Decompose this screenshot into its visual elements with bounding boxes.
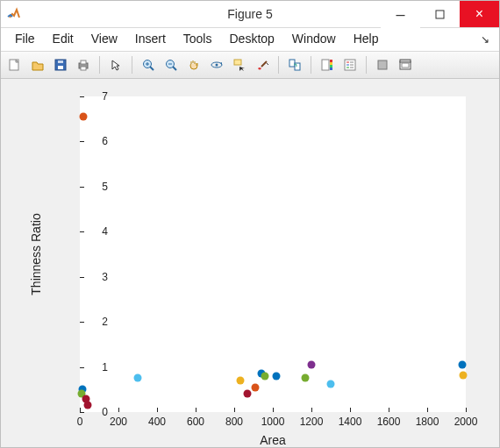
x-tick-label: 2000 — [454, 416, 478, 428]
menu-insert[interactable]: Insert — [126, 28, 175, 51]
x-tick-label: 1000 — [261, 416, 285, 428]
svg-rect-23 — [330, 62, 332, 65]
svg-rect-4 — [58, 60, 63, 63]
brush-button[interactable] — [252, 54, 273, 75]
y-tick-mark — [80, 367, 84, 368]
data-point[interactable] — [252, 383, 260, 391]
print-button[interactable] — [73, 54, 94, 75]
y-tick-label: 3 — [82, 271, 108, 283]
data-point[interactable] — [82, 395, 89, 402]
dock-button[interactable]: ↘ — [476, 28, 494, 51]
minimize-button[interactable]: – — [381, 1, 420, 34]
axes[interactable] — [80, 96, 466, 412]
close-button[interactable]: × — [460, 1, 499, 27]
x-tick-mark — [427, 408, 428, 412]
data-point[interactable] — [459, 371, 467, 379]
svg-rect-17 — [234, 60, 241, 65]
y-tick-mark — [80, 141, 84, 142]
svg-line-13 — [173, 67, 176, 70]
y-tick-mark — [80, 187, 84, 188]
menu-desktop[interactable]: Desktop — [220, 28, 282, 51]
x-tick-label: 1600 — [377, 416, 401, 428]
svg-rect-3 — [58, 66, 63, 69]
x-tick-label: 600 — [187, 416, 204, 428]
hide-tools-button[interactable] — [372, 54, 393, 75]
y-tick-mark — [80, 96, 84, 97]
edit-plot-button[interactable] — [105, 54, 126, 75]
pan-button[interactable] — [183, 54, 204, 75]
data-point[interactable] — [273, 372, 281, 380]
figure-window: Figure 5 – × File Edit View Insert Tools… — [0, 0, 500, 448]
titlebar: Figure 5 – × — [1, 1, 499, 28]
figure-area[interactable]: Thinness Ratio Area 01234567020040060080… — [1, 79, 499, 447]
data-point[interactable] — [83, 402, 91, 409]
menu-file[interactable]: File — [6, 28, 44, 51]
y-tick-mark — [80, 322, 84, 323]
x-tick-mark — [157, 408, 158, 412]
x-tick-mark — [389, 408, 389, 412]
y-tick-label: 5 — [82, 181, 108, 193]
y-tick-label: 1 — [82, 361, 108, 373]
menu-window[interactable]: Window — [283, 28, 345, 51]
data-point[interactable] — [244, 390, 252, 398]
x-tick-label: 1800 — [416, 416, 439, 428]
y-tick-label: 4 — [82, 225, 108, 238]
y-tick-label: 7 — [82, 90, 108, 103]
x-tick-label: 800 — [225, 416, 243, 428]
legend-button[interactable] — [339, 54, 361, 75]
data-point[interactable] — [80, 113, 88, 121]
data-point[interactable] — [261, 372, 269, 380]
show-tools-button[interactable] — [395, 54, 416, 75]
new-figure-button[interactable] — [4, 54, 25, 75]
x-tick-label: 0 — [77, 416, 83, 428]
toolbar — [1, 52, 499, 79]
data-point[interactable] — [308, 361, 316, 369]
svg-rect-33 — [378, 60, 387, 69]
svg-rect-21 — [322, 60, 329, 70]
zoom-in-button[interactable] — [138, 54, 159, 75]
svg-line-9 — [150, 67, 154, 70]
x-tick-label: 400 — [148, 416, 166, 428]
y-tick-label: 2 — [82, 316, 108, 328]
x-tick-mark — [234, 408, 235, 412]
data-cursor-button[interactable] — [229, 54, 250, 75]
data-point[interactable] — [327, 380, 335, 388]
open-button[interactable] — [27, 54, 48, 75]
svg-rect-0 — [436, 11, 444, 18]
y-tick-mark — [80, 231, 84, 232]
colorbar-button[interactable] — [317, 54, 338, 75]
x-tick-label: 200 — [110, 416, 127, 428]
data-point[interactable] — [236, 377, 244, 385]
svg-rect-6 — [81, 60, 86, 64]
y-tick-label: 6 — [82, 135, 108, 147]
matlab-icon — [6, 6, 22, 22]
y-tick-mark — [80, 412, 84, 413]
y-tick-mark — [80, 277, 84, 278]
x-tick-mark — [118, 408, 119, 412]
zoom-out-button[interactable] — [161, 54, 182, 75]
menu-tools[interactable]: Tools — [175, 28, 221, 51]
x-tick-mark — [311, 408, 312, 412]
svg-rect-35 — [400, 60, 411, 62]
data-point[interactable] — [302, 374, 310, 382]
data-point[interactable] — [134, 374, 142, 382]
menu-edit[interactable]: Edit — [44, 28, 82, 51]
x-tick-mark — [466, 408, 467, 412]
link-plot-button[interactable] — [284, 54, 305, 75]
menu-view[interactable]: View — [82, 28, 126, 51]
svg-rect-7 — [81, 67, 86, 70]
x-tick-mark — [80, 408, 81, 412]
svg-rect-25 — [330, 68, 332, 70]
menubar: File Edit View Insert Tools Desktop Wind… — [1, 28, 499, 52]
x-tick-mark — [350, 408, 351, 412]
svg-rect-36 — [402, 63, 409, 68]
svg-line-18 — [261, 61, 267, 67]
save-button[interactable] — [50, 54, 71, 75]
maximize-button[interactable] — [420, 1, 460, 27]
data-point[interactable] — [458, 361, 466, 369]
x-tick-label: 1400 — [339, 416, 362, 428]
svg-point-16 — [216, 64, 218, 67]
svg-rect-24 — [330, 65, 332, 68]
rotate-3d-button[interactable] — [206, 54, 227, 75]
x-tick-label: 1200 — [300, 416, 324, 428]
